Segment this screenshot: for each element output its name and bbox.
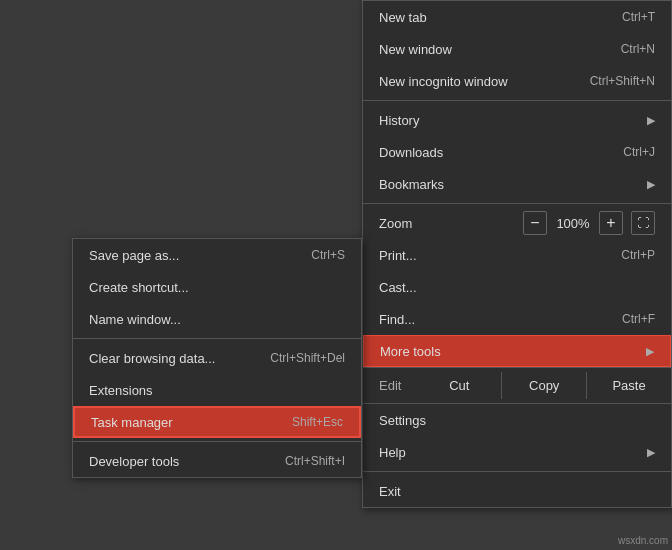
zoom-minus-button[interactable]: − xyxy=(523,211,547,235)
divider-1 xyxy=(363,100,671,101)
more-tools-arrow-icon: ▶ xyxy=(646,345,654,358)
menu-item-new-window[interactable]: New window Ctrl+N xyxy=(363,33,671,65)
watermark: wsxdn.com xyxy=(618,535,668,546)
menu-item-cast[interactable]: Cast... xyxy=(363,271,671,303)
zoom-row: Zoom − 100% + ⛶ xyxy=(363,207,671,239)
menu-item-find[interactable]: Find... Ctrl+F xyxy=(363,303,671,335)
zoom-fullscreen-button[interactable]: ⛶ xyxy=(631,211,655,235)
sub-menu-item-extensions[interactable]: Extensions xyxy=(73,374,361,406)
sub-menu-item-create-shortcut[interactable]: Create shortcut... xyxy=(73,271,361,303)
divider-2 xyxy=(363,203,671,204)
sub-divider-1 xyxy=(73,338,361,339)
menu-item-settings[interactable]: Settings xyxy=(363,404,671,436)
edit-label: Edit xyxy=(363,378,417,393)
zoom-value: 100% xyxy=(555,216,591,231)
menu-item-new-incognito[interactable]: New incognito window Ctrl+Shift+N xyxy=(363,65,671,97)
cut-button[interactable]: Cut xyxy=(417,372,502,399)
zoom-label: Zoom xyxy=(379,216,523,231)
sub-menu-item-task-manager[interactable]: Task manager Shift+Esc xyxy=(73,406,361,438)
sub-menu-more-tools: Save page as... Ctrl+S Create shortcut..… xyxy=(72,238,362,478)
history-arrow-icon: ▶ xyxy=(647,114,655,127)
bookmarks-arrow-icon: ▶ xyxy=(647,178,655,191)
sub-menu-item-clear-browsing[interactable]: Clear browsing data... Ctrl+Shift+Del xyxy=(73,342,361,374)
sub-menu-item-save-page[interactable]: Save page as... Ctrl+S xyxy=(73,239,361,271)
menu-item-help[interactable]: Help ▶ xyxy=(363,436,671,468)
divider-3 xyxy=(363,471,671,472)
menu-item-history[interactable]: History ▶ xyxy=(363,104,671,136)
zoom-plus-button[interactable]: + xyxy=(599,211,623,235)
menu-item-print[interactable]: Print... Ctrl+P xyxy=(363,239,671,271)
menu-item-new-tab[interactable]: New tab Ctrl+T xyxy=(363,1,671,33)
menu-item-downloads[interactable]: Downloads Ctrl+J xyxy=(363,136,671,168)
help-arrow-icon: ▶ xyxy=(647,446,655,459)
sub-menu-item-dev-tools[interactable]: Developer tools Ctrl+Shift+I xyxy=(73,445,361,477)
copy-button[interactable]: Copy xyxy=(502,372,587,399)
fullscreen-icon: ⛶ xyxy=(637,216,649,230)
menu-item-exit[interactable]: Exit xyxy=(363,475,671,507)
sub-divider-2 xyxy=(73,441,361,442)
edit-row: Edit Cut Copy Paste xyxy=(363,367,671,404)
sub-menu-item-name-window[interactable]: Name window... xyxy=(73,303,361,335)
zoom-controls: − 100% + ⛶ xyxy=(523,211,655,235)
menu-item-bookmarks[interactable]: Bookmarks ▶ xyxy=(363,168,671,200)
chrome-menu: New tab Ctrl+T New window Ctrl+N New inc… xyxy=(362,0,672,508)
paste-button[interactable]: Paste xyxy=(587,372,671,399)
menu-item-more-tools[interactable]: More tools ▶ xyxy=(363,335,671,367)
